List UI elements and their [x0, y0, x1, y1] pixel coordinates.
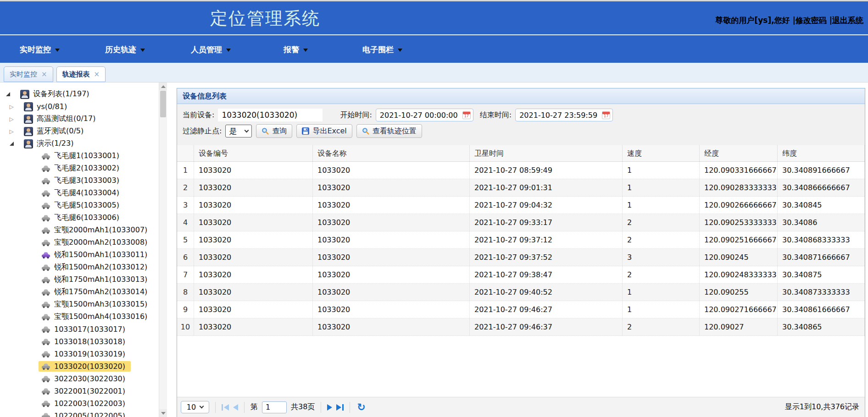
chevron-down-icon [303, 49, 308, 52]
column-header[interactable]: 经度 [700, 145, 778, 161]
table-row[interactable]: 1103302010330202021-10-27 08:59:491120.0… [177, 162, 865, 179]
device-car-icon [41, 227, 50, 234]
close-icon[interactable]: × [94, 67, 100, 82]
column-header-rownum[interactable] [177, 145, 194, 161]
scroll-down-icon[interactable] [159, 409, 167, 417]
nav-item-history-track[interactable]: 历史轨迹 [105, 44, 145, 55]
column-header[interactable]: 速度 [623, 145, 700, 161]
next-page-button[interactable] [327, 404, 332, 411]
tree-node-label: 1033020(1033020) [54, 362, 125, 371]
tree-node[interactable]: 3022030(3022030) [0, 373, 159, 385]
tree-node[interactable]: 1033018(1033018) [0, 335, 159, 348]
tree-node[interactable]: 锐和1500mAh2(1033012) [0, 261, 159, 274]
close-icon[interactable]: × [41, 67, 47, 82]
tree-node[interactable]: 1022005(1022005) [0, 410, 159, 417]
table-row[interactable]: 6103302010330202021-10-27 09:37:523120.0… [177, 249, 865, 266]
tree-node[interactable]: 高温测试组(0/17) [0, 113, 159, 125]
table-cell: 3 [623, 249, 700, 266]
expander-icon[interactable] [8, 129, 15, 134]
page-size-select[interactable]: 10 [181, 401, 209, 413]
tree-node[interactable]: 宝颚2000mAh1(1033007) [0, 224, 159, 236]
tab-track-report[interactable]: 轨迹报表 × [56, 66, 106, 82]
table-cell: 120.090266666667 [700, 197, 778, 214]
table-cell: 30.340871666667 [778, 249, 865, 266]
tree-node[interactable]: 飞毛腿4(1033004) [0, 187, 159, 199]
column-header[interactable]: 纬度 [778, 145, 865, 161]
tree-node[interactable]: 锐和1500mAh1(1033011) [0, 249, 159, 261]
start-time-input[interactable] [380, 111, 461, 120]
change-password-link[interactable]: 修改密码 [796, 16, 827, 25]
table-row[interactable]: 10103302010330202021-10-27 09:46:372120.… [177, 318, 865, 336]
current-device-input[interactable] [218, 109, 323, 121]
tab-bar: 实时监控 × 轨迹报表 × [0, 63, 868, 82]
query-button[interactable]: 查询 [256, 124, 292, 138]
nav-item-realtime-monitoring[interactable]: 实时监控 [20, 44, 60, 55]
expander-icon[interactable] [8, 116, 15, 122]
tree-node[interactable]: 宝颚2000mAh2(1033008) [0, 236, 159, 249]
tree-node[interactable]: 演示(1/23) [0, 137, 159, 150]
column-header[interactable]: 设备编号 [194, 145, 313, 161]
nav-item-alarm[interactable]: 报警 [284, 44, 308, 55]
tree-node-label: 1033018(1033018) [54, 337, 125, 346]
tree-node-inner: ys(0/81) [21, 101, 72, 112]
first-page-button[interactable] [222, 404, 229, 411]
calendar-icon[interactable] [462, 111, 471, 119]
tree-node[interactable]: 锐和1750mAh2(1033014) [0, 286, 159, 298]
tree-node[interactable]: 1033017(1033017) [0, 323, 159, 335]
tree-node[interactable]: 宝颚1500mAh3(1033015) [0, 298, 159, 311]
tab-realtime-monitoring[interactable]: 实时监控 × [4, 66, 53, 82]
table-row[interactable]: 7103302010330202021-10-27 09:38:472120.0… [177, 266, 865, 284]
table-cell: 1033020 [194, 318, 313, 335]
tree-node-inner: 3022030(3022030) [39, 373, 131, 384]
table-row[interactable]: 9103302010330202021-10-27 09:46:271120.0… [177, 301, 865, 318]
table-row[interactable]: 8103302010330202021-10-27 09:40:521120.0… [177, 284, 865, 301]
table-row[interactable]: 3103302010330202021-10-27 09:04:321120.0… [177, 197, 865, 214]
column-header[interactable]: 设备名称 [313, 145, 470, 161]
logout-link[interactable]: 退出系统 [832, 16, 863, 25]
tree-node[interactable]: 飞毛腿5(1033005) [0, 199, 159, 212]
tree-scrollbar[interactable] [159, 82, 167, 417]
expander-icon[interactable] [8, 104, 15, 110]
table-row[interactable]: 4103302010330202021-10-27 09:33:172120.0… [177, 214, 865, 231]
tree-node[interactable]: 宝颚1500mAh4(1033016) [0, 311, 159, 323]
page-number-input[interactable] [262, 401, 287, 413]
last-page-button[interactable] [336, 404, 344, 411]
table-row[interactable]: 2103302010330202021-10-27 09:01:311120.0… [177, 179, 865, 197]
tree-node[interactable]: 3022001(3022001) [0, 385, 159, 397]
view-track-button[interactable]: 查看轨迹位置 [356, 124, 422, 138]
table-row[interactable]: 5103302010330202021-10-27 09:37:122120.0… [177, 231, 865, 249]
tree-node[interactable]: 飞毛腿6(1033006) [0, 212, 159, 224]
tree-node[interactable]: 飞毛腿2(1033002) [0, 162, 159, 175]
nav-item-personnel-management[interactable]: 人员管理 [191, 44, 231, 55]
tree-node[interactable]: ys(0/81) [0, 100, 159, 113]
device-car-icon [41, 363, 50, 370]
tree-node[interactable]: 1033019(1033019) [0, 348, 159, 360]
calendar-icon[interactable] [602, 111, 610, 119]
user-group-icon [20, 90, 29, 99]
tree-node[interactable]: 锐和1750mAh1(1033013) [0, 274, 159, 286]
tree-node[interactable]: 1022003(1022003) [0, 397, 159, 410]
scrollbar-thumb[interactable] [160, 91, 166, 117]
page-size-value: 10 [187, 403, 196, 412]
prev-page-button[interactable] [233, 404, 238, 411]
scroll-up-icon[interactable] [159, 82, 167, 90]
table-cell: 2021-10-27 09:46:37 [470, 318, 623, 335]
column-header[interactable]: 卫星时间 [470, 145, 623, 161]
last-page-icon [342, 404, 344, 411]
expander-icon[interactable] [5, 92, 11, 96]
filter-static-label: 过滤静止点: [183, 126, 222, 136]
tree-node[interactable]: 1033020(1033020) [0, 360, 159, 373]
table-cell: 1033020 [194, 231, 313, 248]
export-excel-button[interactable]: 导出Excel [296, 124, 352, 138]
tree-node[interactable]: 蓝牙测试(0/5) [0, 125, 159, 137]
expander-icon[interactable] [8, 142, 15, 146]
table-cell: 1 [623, 301, 700, 318]
filter-static-select[interactable]: 是 [225, 125, 252, 137]
end-time-input[interactable] [519, 111, 600, 120]
table-cell: 2021-10-27 09:01:31 [470, 179, 623, 196]
tree-node[interactable]: 飞毛腿1(1033001) [0, 150, 159, 162]
nav-item-geofence[interactable]: 电子围栏 [362, 44, 402, 55]
refresh-icon[interactable]: ↻ [357, 402, 365, 412]
tree-node[interactable]: 飞毛腿3(1033003) [0, 175, 159, 187]
tree-node[interactable]: 设备列表(1/197) [0, 88, 159, 100]
